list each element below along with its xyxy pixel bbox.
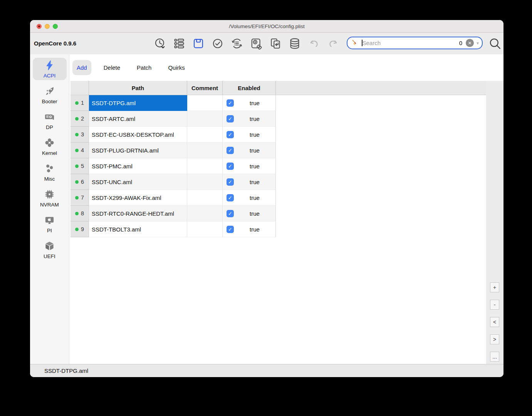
comment-cell[interactable] (187, 143, 223, 158)
sidebar-item-booter[interactable]: Booter (33, 84, 67, 106)
table-row[interactable]: 2 SSDT-ARTC.aml ✓true (70, 111, 486, 127)
undo-icon[interactable] (307, 37, 320, 50)
row-header[interactable]: 2 (70, 111, 89, 127)
comment-cell[interactable] (187, 111, 223, 127)
more-button[interactable]: ... (490, 352, 499, 362)
enabled-cell[interactable]: ✓true (223, 143, 276, 158)
checkbox-checked-icon[interactable]: ✓ (227, 210, 234, 217)
enabled-dot-icon (75, 117, 79, 121)
checkbox-checked-icon[interactable]: ✓ (227, 163, 234, 170)
enabled-cell[interactable]: ✓true (223, 174, 276, 190)
comment-cell[interactable] (187, 190, 223, 206)
tab-quirks[interactable]: Quirks (164, 60, 189, 75)
path-cell[interactable]: SSDT-PMC.aml (89, 158, 187, 174)
tab-patch[interactable]: Patch (133, 60, 156, 75)
path-cell[interactable]: SSDT-DTPG.aml (89, 95, 187, 111)
comment-cell[interactable] (187, 158, 223, 174)
database-icon[interactable] (288, 37, 301, 50)
tab-delete[interactable]: Delete (99, 60, 124, 75)
redo-icon[interactable] (327, 37, 339, 50)
row-header[interactable]: 7 (70, 190, 89, 206)
ocvalidate-icon[interactable] (230, 37, 243, 50)
comment-cell[interactable] (187, 206, 223, 221)
enabled-cell[interactable]: ✓true (223, 206, 276, 221)
path-cell[interactable]: SSDT-TBOLT3.aml (89, 221, 187, 237)
enabled-dot-icon (75, 101, 79, 105)
sidebar-item-misc[interactable]: Misc (33, 161, 67, 183)
path-cell[interactable]: SSDT-X299-AWAK-Fix.aml (89, 190, 187, 206)
checkbox-checked-icon[interactable]: ✓ (227, 147, 234, 154)
table-row[interactable]: 3 SSDT-EC-USBX-DESKTOP.aml ✓true (70, 127, 486, 143)
enabled-cell[interactable]: ✓true (223, 111, 276, 127)
clean-icon[interactable] (352, 39, 359, 47)
path-cell[interactable]: SSDT-RTC0-RANGE-HEDT.aml (89, 206, 187, 221)
list-icon[interactable] (173, 37, 185, 50)
zoom-button[interactable] (53, 24, 58, 29)
row-header[interactable]: 1 (70, 95, 89, 111)
table-row[interactable]: 4 SSDT-PLUG-DRTNIA.aml ✓true (70, 143, 486, 158)
history-icon[interactable] (153, 37, 166, 50)
search-input[interactable] (362, 40, 459, 46)
enabled-cell[interactable]: ✓true (223, 221, 276, 237)
left-arrow-button[interactable]: < (490, 317, 499, 327)
row-header[interactable]: 6 (70, 174, 89, 190)
path-cell[interactable]: SSDT-ARTC.aml (89, 111, 187, 127)
minus-button[interactable]: - (490, 300, 499, 310)
search-icon[interactable] (488, 37, 501, 50)
enabled-cell[interactable]: ✓true (223, 190, 276, 206)
sync-icon[interactable] (269, 37, 282, 50)
search-chevron-down-icon[interactable]: ▾ (477, 40, 479, 46)
enabled-dot-icon (75, 228, 79, 231)
table-row[interactable]: 7 SSDT-X299-AWAK-Fix.aml ✓true (70, 190, 486, 206)
row-header[interactable]: 3 (70, 127, 89, 143)
titlebar[interactable]: /Volumes/EFI/EFI/OC/config.plist (30, 20, 503, 33)
enabled-cell[interactable]: ✓true (223, 95, 276, 111)
checkbox-checked-icon[interactable]: ✓ (227, 226, 234, 233)
row-header[interactable]: 4 (70, 143, 89, 158)
monitor-apple-icon (44, 215, 55, 227)
checkbox-checked-icon[interactable]: ✓ (227, 194, 234, 201)
sidebar-item-nvram[interactable]: NVRAM (33, 187, 67, 209)
search-field[interactable]: 0 ✕ ▾ (347, 37, 483, 49)
checkbox-checked-icon[interactable]: ✓ (227, 131, 234, 138)
toolbar: OpenCore 0.9.6 (30, 33, 503, 54)
validate-icon[interactable] (211, 37, 224, 50)
table-row[interactable]: 1 SSDT-DTPG.aml ✓true (70, 95, 486, 111)
comment-cell[interactable] (187, 221, 223, 237)
column-header-comment[interactable]: Comment (187, 81, 223, 95)
path-cell[interactable]: SSDT-PLUG-DRTNIA.aml (89, 143, 187, 158)
clover-icon (44, 137, 55, 150)
checkbox-checked-icon[interactable]: ✓ (227, 99, 234, 107)
column-header-path[interactable]: Path (89, 81, 187, 95)
minimize-button[interactable] (45, 24, 50, 29)
table-row[interactable]: 9 SSDT-TBOLT3.aml ✓true (70, 221, 486, 237)
sidebar-item-kernel[interactable]: Kernel (33, 135, 67, 158)
row-header[interactable]: 5 (70, 158, 89, 174)
close-button[interactable] (37, 24, 42, 29)
comment-cell[interactable] (187, 174, 223, 190)
enabled-cell[interactable]: ✓true (223, 127, 276, 143)
column-header-enabled[interactable]: Enabled (223, 81, 276, 95)
tab-add[interactable]: Add (72, 60, 91, 75)
checkbox-checked-icon[interactable]: ✓ (227, 115, 234, 122)
clear-search-icon[interactable]: ✕ (466, 39, 474, 47)
checkbox-checked-icon[interactable]: ✓ (227, 178, 234, 186)
table-row[interactable]: 8 SSDT-RTC0-RANGE-HEDT.aml ✓true (70, 206, 486, 221)
table-row[interactable]: 6 SSDT-UNC.aml ✓true (70, 174, 486, 190)
mount-esp-icon[interactable] (250, 37, 262, 50)
comment-cell[interactable] (187, 127, 223, 143)
sidebar-item-dp[interactable]: DP (33, 109, 67, 132)
plus-button[interactable]: + (490, 282, 499, 292)
row-header[interactable]: 9 (70, 221, 89, 237)
sidebar-item-uefi[interactable]: UEFI (33, 238, 67, 261)
row-header[interactable]: 8 (70, 206, 89, 221)
enabled-cell[interactable]: ✓true (223, 158, 276, 174)
sidebar-item-pi[interactable]: PI (33, 213, 67, 235)
right-arrow-button[interactable]: > (490, 334, 499, 344)
path-cell[interactable]: SSDT-EC-USBX-DESKTOP.aml (89, 127, 187, 143)
save-icon[interactable] (192, 37, 205, 50)
sidebar-item-acpi[interactable]: ACPI (33, 58, 67, 80)
comment-cell[interactable] (187, 95, 223, 111)
table-row[interactable]: 5 SSDT-PMC.aml ✓true (70, 158, 486, 174)
path-cell[interactable]: SSDT-UNC.aml (89, 174, 187, 190)
